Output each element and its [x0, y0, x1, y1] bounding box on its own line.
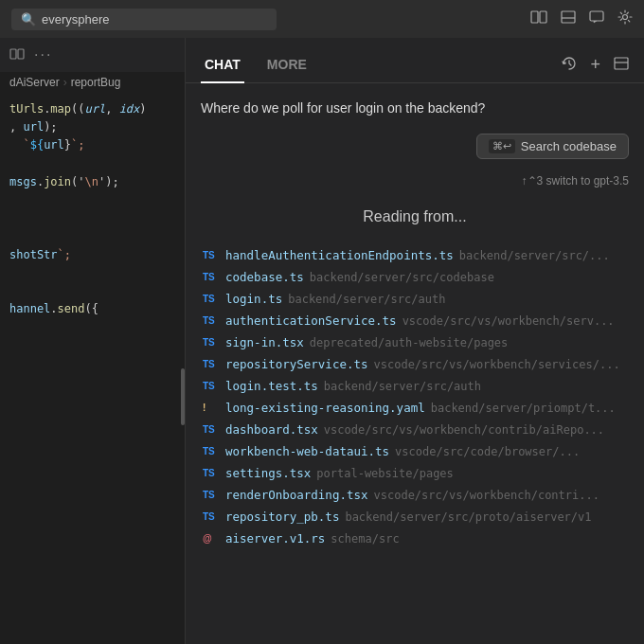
- file-badge: TS: [203, 359, 220, 369]
- file-badge: TS: [203, 250, 220, 260]
- file-path: schema/src: [331, 532, 399, 546]
- gpt-hint-text: ↑⌃3 switch to gpt-3.5: [522, 174, 629, 188]
- file-path: vscode/src/vs/workbench/contrib/aiRepo..…: [324, 423, 604, 437]
- file-name: renderOnboarding.tsx: [225, 488, 368, 502]
- file-item[interactable]: TSauthenticationService.tsvscode/src/vs/…: [201, 310, 629, 331]
- file-badge: @: [203, 533, 220, 544]
- file-badge: !: [203, 402, 220, 413]
- tab-chat[interactable]: CHAT: [201, 47, 244, 83]
- code-line: msgs.join('\n');: [6, 173, 179, 191]
- file-item[interactable]: TSlogin.tsbackend/server/src/auth: [201, 288, 629, 310]
- svg-rect-0: [531, 11, 538, 23]
- file-name: repositoryService.ts: [225, 357, 368, 371]
- search-bar[interactable]: 🔍 everysphere: [11, 9, 277, 30]
- file-name: login.ts: [225, 292, 282, 306]
- file-path: backend/server/priompt/t...: [431, 402, 616, 415]
- file-badge: TS: [203, 511, 220, 522]
- code-line: , url);: [6, 118, 179, 136]
- file-item[interactable]: TSlogin.test.tsbackend/server/src/auth: [201, 375, 629, 397]
- file-name: workbench-web-dataui.ts: [225, 444, 389, 458]
- file-badge: TS: [203, 468, 220, 478]
- breadcrumb-separator: ›: [63, 76, 67, 89]
- search-kbd: ⌘↩: [489, 139, 515, 153]
- tab-more[interactable]: MORE: [263, 47, 311, 83]
- code-line: [6, 209, 179, 227]
- file-path: backend/server/src/...: [459, 249, 610, 262]
- file-item[interactable]: TScodebase.tsbackend/server/src/codebase: [201, 266, 629, 288]
- main-layout: ··· dAiServer › reportBug tUrls.map((url…: [0, 38, 644, 644]
- search-icon: 🔍: [21, 12, 36, 27]
- left-panel-toolbar: ···: [0, 38, 185, 72]
- file-item[interactable]: TSrenderOnboarding.tsxvscode/src/vs/work…: [201, 484, 629, 506]
- split-icon[interactable]: [530, 10, 547, 27]
- panel-icon[interactable]: [561, 10, 576, 27]
- file-badge: TS: [203, 446, 220, 456]
- code-line: hannel.send({: [6, 300, 179, 318]
- file-path: vscode/src/vs/workbench/services/...: [374, 358, 620, 371]
- file-item[interactable]: @aiserver.v1.rsschema/src: [201, 528, 629, 549]
- file-name: long-existing-reasoning.yaml: [225, 401, 425, 415]
- file-path: backend/server/src/codebase: [310, 271, 494, 284]
- file-item[interactable]: TSsettings.tsxportal-website/pages: [201, 462, 629, 484]
- top-bar: 🔍 everysphere: [0, 0, 644, 38]
- file-path: portal-website/pages: [316, 467, 454, 480]
- chat-content[interactable]: Where do we poll for user login on the b…: [186, 83, 644, 644]
- file-path: deprecated/auth-website/pages: [310, 336, 509, 349]
- code-line: `${url}`;: [6, 136, 179, 154]
- file-item[interactable]: TSrepository_pb.tsbackend/server/src/pro…: [201, 506, 629, 528]
- panel-toggle-icon[interactable]: [9, 46, 25, 63]
- file-badge: TS: [203, 294, 220, 304]
- settings-icon[interactable]: [617, 9, 633, 28]
- file-path: backend/server/src/proto/aiserver/v1: [345, 510, 591, 524]
- file-name: handleAuthenticationEndpoints.ts: [225, 248, 454, 262]
- file-path: vscode/src/vs/workbench/serv...: [402, 314, 615, 328]
- file-item[interactable]: TSrepositoryService.tsvscode/src/vs/work…: [201, 353, 629, 375]
- file-item[interactable]: !long-existing-reasoning.yamlbackend/ser…: [201, 397, 629, 419]
- file-item[interactable]: TShandleAuthenticationEndpoints.tsbacken…: [201, 244, 629, 266]
- search-codebase-label: Search codebase: [521, 139, 617, 153]
- left-panel: ··· dAiServer › reportBug tUrls.map((url…: [0, 38, 185, 644]
- comment-icon[interactable]: [589, 10, 604, 27]
- breadcrumb-part1: dAiServer: [9, 76, 60, 89]
- file-path: backend/server/src/auth: [324, 380, 481, 393]
- code-area: tUrls.map((url, idx) , url); `${url}`; m…: [0, 93, 185, 644]
- add-icon[interactable]: +: [590, 55, 600, 75]
- file-badge: TS: [203, 381, 220, 391]
- code-line: shotStr`;: [6, 246, 179, 264]
- scrollbar-vertical[interactable]: [181, 368, 185, 425]
- file-path: backend/server/src/auth: [288, 293, 445, 306]
- file-item[interactable]: TSworkbench-web-dataui.tsvscode/src/code…: [201, 440, 629, 462]
- code-line: [6, 264, 179, 282]
- user-question: Where do we poll for user login on the b…: [201, 98, 629, 118]
- breadcrumb: dAiServer › reportBug: [0, 72, 185, 93]
- history-icon[interactable]: [562, 56, 577, 75]
- file-badge: TS: [203, 272, 220, 282]
- code-line: [6, 282, 179, 300]
- file-badge: TS: [203, 424, 220, 435]
- file-name: dashboard.tsx: [225, 422, 318, 437]
- file-name: codebase.ts: [225, 270, 304, 284]
- search-text: everysphere: [42, 12, 110, 27]
- chat-tabs: CHAT MORE +: [186, 38, 644, 83]
- search-codebase-button[interactable]: ⌘↩ Search codebase: [476, 134, 629, 159]
- code-line: [6, 227, 179, 245]
- file-item[interactable]: TSsign-in.tsxdeprecated/auth-website/pag…: [201, 331, 629, 353]
- reading-heading: Reading from...: [201, 208, 629, 225]
- file-name: aiserver.v1.rs: [225, 531, 325, 546]
- file-name: login.test.ts: [225, 379, 318, 393]
- svg-rect-8: [615, 58, 628, 69]
- svg-rect-6: [10, 49, 16, 59]
- file-badge: TS: [203, 490, 220, 500]
- file-item[interactable]: TSdashboard.tsxvscode/src/vs/workbench/c…: [201, 419, 629, 440]
- layout-icon[interactable]: [614, 57, 629, 74]
- file-name: authenticationService.ts: [225, 313, 397, 328]
- code-line: tUrls.map((url, idx): [6, 100, 179, 118]
- file-path: vscode/src/code/browser/...: [395, 445, 580, 458]
- file-name: sign-in.tsx: [225, 335, 304, 349]
- svg-rect-1: [540, 11, 546, 23]
- svg-rect-4: [590, 11, 603, 21]
- file-badge: TS: [203, 315, 220, 326]
- more-icon[interactable]: ···: [34, 46, 52, 63]
- file-path: vscode/src/vs/workbench/contri...: [374, 489, 599, 502]
- file-name: repository_pb.ts: [225, 510, 339, 524]
